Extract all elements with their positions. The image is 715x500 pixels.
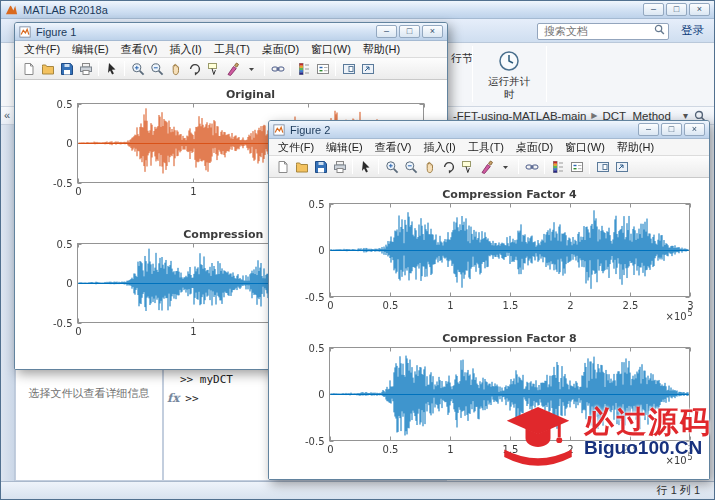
print-icon[interactable]: [76, 59, 95, 78]
clock-icon: [497, 49, 521, 73]
pan-icon[interactable]: [420, 157, 439, 176]
rotate-3d-icon[interactable]: [439, 157, 458, 176]
figure2-toolbar: [269, 156, 709, 178]
fx-hint-button[interactable]: fx: [167, 391, 179, 405]
figure-icon: [273, 124, 285, 136]
figure2-menubar: 文件(F) 编辑(E) 查看(V) 插入(I) 工具(T) 桌面(D) 窗口(W…: [269, 139, 709, 156]
menu-desktop[interactable]: 桌面(D): [256, 41, 305, 58]
toolbar-separator: [518, 159, 519, 174]
pan-icon[interactable]: [166, 59, 185, 78]
hide-plot-tools-icon[interactable]: [593, 157, 612, 176]
doc-search-input[interactable]: [537, 23, 669, 40]
ribbon-partial-label: 行节: [451, 51, 473, 66]
menu-edit[interactable]: 编辑(E): [66, 41, 115, 58]
toolbar-separator: [589, 159, 590, 174]
new-file-icon[interactable]: [273, 157, 292, 176]
close-button[interactable]: ×: [684, 123, 705, 136]
open-file-icon[interactable]: [292, 157, 311, 176]
matlab-window-title: MATLAB R2018a: [23, 4, 108, 16]
zoom-in-icon[interactable]: [128, 59, 147, 78]
menu-tools[interactable]: 工具(T): [208, 41, 256, 58]
plot-compression-factor-8[interactable]: [277, 330, 701, 466]
figure-icon: [19, 26, 31, 38]
brush-icon[interactable]: [477, 157, 496, 176]
zoom-out-icon[interactable]: [147, 59, 166, 78]
run-and-time-label: 运行并计时: [485, 75, 533, 100]
menu-window[interactable]: 窗口(W): [559, 139, 611, 156]
dropdown-icon[interactable]: [242, 59, 261, 78]
maximize-button[interactable]: □: [666, 3, 687, 16]
insert-colorbar-icon[interactable]: [548, 157, 567, 176]
rotate-3d-icon[interactable]: [185, 59, 204, 78]
data-cursor-icon[interactable]: [204, 59, 223, 78]
figure1-toolbar: [15, 58, 447, 80]
link-plot-icon[interactable]: [522, 157, 541, 176]
matlab-app-icon: [5, 3, 18, 16]
figure1-title: Figure 1: [36, 26, 76, 38]
details-placeholder-text: 选择文件以查看详细信息: [16, 386, 162, 401]
figure1-titlebar[interactable]: Figure 1 – □ ×: [15, 23, 447, 41]
insert-colorbar-icon[interactable]: [294, 59, 313, 78]
menu-insert[interactable]: 插入(I): [417, 139, 461, 156]
dropdown-icon[interactable]: [496, 157, 515, 176]
minimize-button[interactable]: –: [376, 25, 397, 38]
toolbar-separator: [124, 61, 125, 76]
login-link[interactable]: 登录: [681, 23, 704, 38]
menu-help[interactable]: 帮助(H): [611, 139, 660, 156]
close-button[interactable]: ×: [422, 25, 443, 38]
figure2-window: Figure 2 – □ × 文件(F) 编辑(E) 查看(V) 插入(I) 工…: [268, 120, 710, 480]
toolbar-separator: [378, 159, 379, 174]
close-button[interactable]: ×: [689, 3, 710, 16]
new-file-icon[interactable]: [19, 59, 38, 78]
menu-insert[interactable]: 插入(I): [163, 41, 207, 58]
dock-figure-icon[interactable]: [358, 59, 377, 78]
menu-view[interactable]: 查看(V): [369, 139, 418, 156]
hide-plot-tools-icon[interactable]: [339, 59, 358, 78]
cursor-icon[interactable]: [356, 157, 375, 176]
maximize-button[interactable]: □: [661, 123, 682, 136]
brush-icon[interactable]: [223, 59, 242, 78]
menu-file[interactable]: 文件(F): [272, 139, 320, 156]
cursor-position-indicator: 行 1 列 1: [657, 483, 700, 498]
toolbar-separator: [290, 61, 291, 76]
data-cursor-icon[interactable]: [458, 157, 477, 176]
run-and-time-button[interactable]: 运行并计时: [478, 45, 540, 105]
details-panel: 选择文件以查看详细信息: [15, 369, 163, 481]
insert-legend-icon[interactable]: [567, 157, 586, 176]
minimize-button[interactable]: –: [638, 123, 659, 136]
menu-tools[interactable]: 工具(T): [462, 139, 510, 156]
plot-compression-factor-4[interactable]: [277, 186, 701, 322]
toolbar-separator: [335, 61, 336, 76]
statusbar: 行 1 列 1: [1, 481, 714, 499]
menu-view[interactable]: 查看(V): [115, 41, 164, 58]
menu-desktop[interactable]: 桌面(D): [510, 139, 559, 156]
toolbar-separator: [352, 159, 353, 174]
ribbon-separator: [472, 46, 473, 102]
panel-collapse-button[interactable]: «: [4, 109, 10, 121]
left-collapse-strip[interactable]: [1, 125, 15, 481]
menu-help[interactable]: 帮助(H): [357, 41, 406, 58]
link-plot-icon[interactable]: [268, 59, 287, 78]
doc-search: [537, 21, 669, 40]
figure2-titlebar[interactable]: Figure 2 – □ ×: [269, 121, 709, 139]
zoom-out-icon[interactable]: [401, 157, 420, 176]
ribbon-separator: [546, 46, 547, 102]
menu-edit[interactable]: 编辑(E): [320, 139, 369, 156]
screen: MATLAB R2018a – □ × 登录 行节: [0, 0, 715, 500]
cursor-icon[interactable]: [102, 59, 121, 78]
matlab-titlebar[interactable]: MATLAB R2018a – □ ×: [1, 1, 714, 19]
menu-window[interactable]: 窗口(W): [305, 41, 357, 58]
breadcrumb-separator-icon: ▶: [591, 111, 597, 120]
dock-figure-icon[interactable]: [612, 157, 631, 176]
menu-file[interactable]: 文件(F): [18, 41, 66, 58]
insert-legend-icon[interactable]: [313, 59, 332, 78]
save-icon[interactable]: [311, 157, 330, 176]
command-prompt: >>: [185, 392, 198, 405]
figure2-title: Figure 2: [290, 124, 330, 136]
save-icon[interactable]: [57, 59, 76, 78]
open-file-icon[interactable]: [38, 59, 57, 78]
minimize-button[interactable]: –: [643, 3, 664, 16]
print-icon[interactable]: [330, 157, 349, 176]
maximize-button[interactable]: □: [399, 25, 420, 38]
zoom-in-icon[interactable]: [382, 157, 401, 176]
